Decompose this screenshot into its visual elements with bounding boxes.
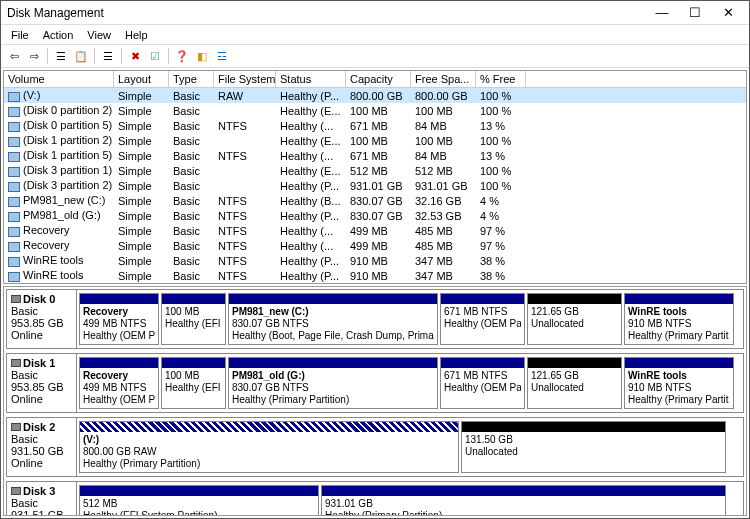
- volume-cell: Healthy (B...: [276, 195, 346, 207]
- column-header[interactable]: Layout: [114, 71, 169, 87]
- disk-info[interactable]: Disk 1Basic953.85 GBOnline: [7, 354, 77, 412]
- column-header[interactable]: % Free: [476, 71, 526, 87]
- partition[interactable]: 512 MBHealthy (EFI System Partition): [79, 485, 319, 516]
- separator: [47, 48, 48, 64]
- volume-row[interactable]: (Disk 3 partition 1)SimpleBasicHealthy (…: [4, 163, 746, 178]
- volume-row[interactable]: WinRE toolsSimpleBasicNTFSHealthy (P...9…: [4, 268, 746, 283]
- volume-row[interactable]: PM981_new (C:)SimpleBasicNTFSHealthy (B.…: [4, 193, 746, 208]
- volume-cell: RAW: [214, 90, 276, 102]
- volume-cell: PM981_old (G:): [4, 209, 114, 221]
- volume-icon: [8, 167, 20, 177]
- disk-kind: Basic: [11, 497, 72, 509]
- volume-row[interactable]: (V:)SimpleBasicRAWHealthy (P...800.00 GB…: [4, 88, 746, 103]
- volume-row[interactable]: (Disk 1 partition 5)SimpleBasicNTFSHealt…: [4, 148, 746, 163]
- disk-icon: [11, 295, 21, 303]
- forward-icon[interactable]: ⇨: [25, 47, 43, 65]
- volume-cell: 830.07 GB: [346, 195, 411, 207]
- disk-kind: Basic: [11, 305, 72, 317]
- volume-row[interactable]: (Disk 0 partition 5)SimpleBasicNTFSHealt…: [4, 118, 746, 133]
- volume-cell: Simple: [114, 195, 169, 207]
- volume-row[interactable]: (Disk 1 partition 2)SimpleBasicHealthy (…: [4, 133, 746, 148]
- volume-cell: Simple: [114, 210, 169, 222]
- toolbar-icon[interactable]: ☲: [213, 47, 231, 65]
- disk-size: 953.85 GB: [11, 317, 72, 329]
- menu-view[interactable]: View: [81, 28, 117, 42]
- menu-help[interactable]: Help: [119, 28, 154, 42]
- volume-list-header[interactable]: VolumeLayoutTypeFile SystemStatusCapacit…: [4, 71, 746, 88]
- properties-icon[interactable]: ☑: [146, 47, 164, 65]
- volume-cell: (Disk 3 partition 2): [4, 179, 114, 191]
- column-header[interactable]: Status: [276, 71, 346, 87]
- volume-row[interactable]: RecoverySimpleBasicNTFSHealthy (...499 M…: [4, 223, 746, 238]
- disk-row: Disk 3Basic931.51 GBOnline512 MBHealthy …: [6, 481, 744, 516]
- volume-cell: NTFS: [214, 255, 276, 267]
- partition[interactable]: 121.65 GBUnallocated: [527, 293, 622, 345]
- menu-action[interactable]: Action: [37, 28, 80, 42]
- column-header[interactable]: File System: [214, 71, 276, 87]
- volume-cell: 100 MB: [411, 135, 476, 147]
- partition-body: WinRE tools910 MB NTFSHealthy (Primary P…: [625, 368, 733, 408]
- menu-file[interactable]: File: [5, 28, 35, 42]
- volume-row[interactable]: PM981_old (G:)SimpleBasicNTFSHealthy (P.…: [4, 208, 746, 223]
- partition-bar: [229, 294, 437, 304]
- partition-bar: [462, 422, 725, 432]
- back-icon[interactable]: ⇦: [5, 47, 23, 65]
- volume-cell: 38 %: [476, 255, 526, 267]
- refresh-icon[interactable]: 📋: [72, 47, 90, 65]
- volume-cell: Basic: [169, 195, 214, 207]
- partition-body: 100 MBHealthy (EFI Sy: [162, 304, 225, 344]
- volume-cell: Healthy (P...: [276, 90, 346, 102]
- volume-icon: [8, 122, 20, 132]
- volume-cell: 100 %: [476, 180, 526, 192]
- volume-cell: (Disk 0 partition 2): [4, 104, 114, 116]
- column-header[interactable]: Capacity: [346, 71, 411, 87]
- help-icon[interactable]: ❓: [173, 47, 191, 65]
- partition-bar: [625, 294, 733, 304]
- partition[interactable]: WinRE tools910 MB NTFSHealthy (Primary P…: [624, 293, 734, 345]
- toolbar-icon[interactable]: ◧: [193, 47, 211, 65]
- partition[interactable]: PM981_new (C:)830.07 GB NTFSHealthy (Boo…: [228, 293, 438, 345]
- partition[interactable]: 100 MBHealthy (EFI Sy: [161, 293, 226, 345]
- volume-cell: NTFS: [214, 150, 276, 162]
- disk-info[interactable]: Disk 2Basic931.50 GBOnline: [7, 418, 77, 476]
- volume-cell: Basic: [169, 240, 214, 252]
- column-header[interactable]: Type: [169, 71, 214, 87]
- partition[interactable]: 121.65 GBUnallocated: [527, 357, 622, 409]
- partition[interactable]: 671 MB NTFSHealthy (OEM Partit: [440, 357, 525, 409]
- column-header[interactable]: Volume: [4, 71, 114, 87]
- partition[interactable]: Recovery499 MB NTFSHealthy (OEM Partit: [79, 293, 159, 345]
- volume-row[interactable]: (Disk 3 partition 2)SimpleBasicHealthy (…: [4, 178, 746, 193]
- delete-icon[interactable]: ✖: [126, 47, 144, 65]
- volume-cell: 100 MB: [346, 135, 411, 147]
- partition[interactable]: PM981_old (G:)830.07 GB NTFSHealthy (Pri…: [228, 357, 438, 409]
- volume-row[interactable]: WinRE toolsSimpleBasicNTFSHealthy (P...9…: [4, 253, 746, 268]
- partition[interactable]: 671 MB NTFSHealthy (OEM Partit: [440, 293, 525, 345]
- partition[interactable]: Recovery499 MB NTFSHealthy (OEM Partit: [79, 357, 159, 409]
- partition[interactable]: (V:)800.00 GB RAWHealthy (Primary Partit…: [79, 421, 459, 473]
- maximize-button[interactable]: ☐: [680, 5, 710, 20]
- volume-icon: [8, 137, 20, 147]
- volume-cell: 347 MB: [411, 255, 476, 267]
- partition-body: 100 MBHealthy (EFI Sy: [162, 368, 225, 408]
- column-header[interactable]: Free Spa...: [411, 71, 476, 87]
- volume-row[interactable]: RecoverySimpleBasicNTFSHealthy (...499 M…: [4, 238, 746, 253]
- show-hide-icon[interactable]: ☰: [52, 47, 70, 65]
- volume-cell: Basic: [169, 165, 214, 177]
- disk-info[interactable]: Disk 0Basic953.85 GBOnline: [7, 290, 77, 348]
- volume-cell: (V:): [4, 89, 114, 101]
- volume-cell: 931.01 GB: [411, 180, 476, 192]
- disk-info[interactable]: Disk 3Basic931.51 GBOnline: [7, 482, 77, 516]
- volume-row[interactable]: (Disk 0 partition 2)SimpleBasicHealthy (…: [4, 103, 746, 118]
- partition[interactable]: WinRE tools910 MB NTFSHealthy (Primary P…: [624, 357, 734, 409]
- minimize-button[interactable]: —: [647, 5, 677, 20]
- action-icon[interactable]: ☰: [99, 47, 117, 65]
- volume-cell: 512 MB: [411, 165, 476, 177]
- volume-cell: 97 %: [476, 225, 526, 237]
- volume-cell: 485 MB: [411, 225, 476, 237]
- partition[interactable]: 931.01 GBHealthy (Primary Partition): [321, 485, 726, 516]
- partition[interactable]: 131.50 GBUnallocated: [461, 421, 726, 473]
- close-button[interactable]: ✕: [713, 5, 743, 20]
- volume-cell: 100 %: [476, 135, 526, 147]
- partition[interactable]: 100 MBHealthy (EFI Sy: [161, 357, 226, 409]
- window-title: Disk Management: [7, 6, 647, 20]
